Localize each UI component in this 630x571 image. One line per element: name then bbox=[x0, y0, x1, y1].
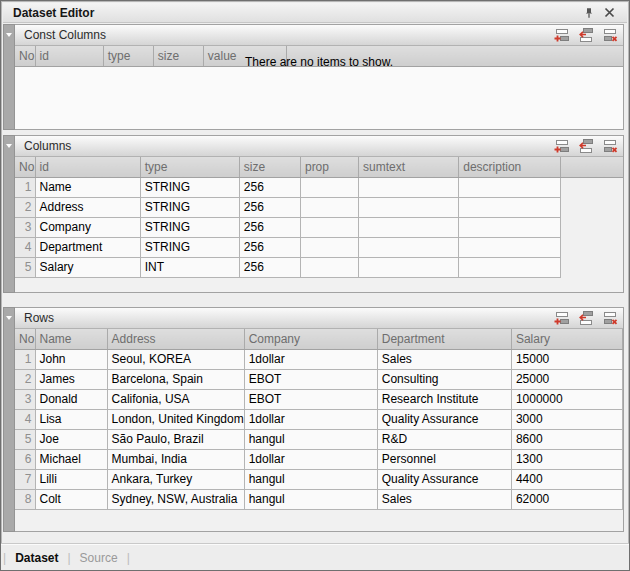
row-number-cell[interactable]: 4 bbox=[15, 409, 35, 429]
cell[interactable] bbox=[459, 177, 561, 197]
cell[interactable] bbox=[300, 237, 358, 257]
pin-button[interactable] bbox=[579, 5, 599, 21]
column-header-company[interactable]: Company bbox=[244, 329, 377, 349]
cell[interactable]: 1000000 bbox=[511, 389, 622, 409]
insert-row-button[interactable] bbox=[577, 138, 594, 154]
column-header-name[interactable]: Name bbox=[35, 329, 107, 349]
tab-dataset[interactable]: Dataset bbox=[6, 551, 67, 565]
cell[interactable]: STRING bbox=[140, 217, 239, 237]
cell[interactable] bbox=[300, 177, 358, 197]
cell[interactable]: 15000 bbox=[511, 349, 622, 369]
cell[interactable] bbox=[359, 237, 459, 257]
cell[interactable]: hangul bbox=[244, 469, 377, 489]
cell[interactable]: Consulting bbox=[377, 369, 511, 389]
cell[interactable]: STRING bbox=[140, 237, 239, 257]
row-number-cell[interactable]: 3 bbox=[15, 389, 35, 409]
column-header-size[interactable]: size bbox=[239, 157, 300, 177]
cell[interactable]: Quality Assurance bbox=[377, 409, 511, 429]
cell[interactable]: STRING bbox=[140, 197, 239, 217]
row-number-cell[interactable]: 8 bbox=[15, 489, 35, 509]
column-header-type[interactable]: type bbox=[140, 157, 239, 177]
cell[interactable]: Donald bbox=[35, 389, 107, 409]
cell[interactable]: 25000 bbox=[511, 369, 622, 389]
cell[interactable]: 62000 bbox=[511, 489, 622, 509]
cell[interactable]: Mumbai, India bbox=[107, 449, 244, 469]
column-header-salary[interactable]: Salary bbox=[511, 329, 622, 349]
cell[interactable] bbox=[459, 197, 561, 217]
row-number-cell[interactable]: 2 bbox=[15, 197, 35, 217]
cell[interactable]: London, United Kingdom bbox=[107, 409, 244, 429]
cell[interactable]: Seoul, KOREA bbox=[107, 349, 244, 369]
cell[interactable]: hangul bbox=[244, 429, 377, 449]
cell[interactable]: 1dollar bbox=[244, 349, 377, 369]
cell[interactable]: Department bbox=[35, 237, 140, 257]
cell[interactable]: 1dollar bbox=[244, 409, 377, 429]
row-number-cell[interactable]: 3 bbox=[15, 217, 35, 237]
cell[interactable]: John bbox=[35, 349, 107, 369]
add-row-button[interactable] bbox=[553, 310, 570, 326]
row-number-cell[interactable]: 4 bbox=[15, 237, 35, 257]
cell[interactable]: Joe bbox=[35, 429, 107, 449]
cell[interactable]: 4400 bbox=[511, 469, 622, 489]
close-button[interactable] bbox=[599, 5, 619, 21]
column-header-no[interactable]: No bbox=[15, 157, 35, 177]
cell[interactable]: Name bbox=[35, 177, 140, 197]
cell[interactable]: Sydney, NSW, Australia bbox=[107, 489, 244, 509]
cell[interactable]: Salary bbox=[35, 257, 140, 277]
cell[interactable]: Personnel bbox=[377, 449, 511, 469]
row-number-cell[interactable]: 5 bbox=[15, 429, 35, 449]
cell[interactable] bbox=[359, 197, 459, 217]
cell[interactable] bbox=[300, 217, 358, 237]
cell[interactable]: Sales bbox=[377, 489, 511, 509]
cell[interactable]: Address bbox=[35, 197, 140, 217]
tab-source[interactable]: Source bbox=[71, 551, 127, 565]
cell[interactable]: 256 bbox=[239, 257, 300, 277]
cell[interactable]: 256 bbox=[239, 217, 300, 237]
cell[interactable]: Barcelona, Spain bbox=[107, 369, 244, 389]
cell[interactable]: 1300 bbox=[511, 449, 622, 469]
insert-row-button[interactable] bbox=[577, 27, 594, 43]
add-row-button[interactable] bbox=[553, 27, 570, 43]
cell[interactable] bbox=[459, 237, 561, 257]
cell[interactable]: 256 bbox=[239, 177, 300, 197]
column-header-no[interactable]: No bbox=[15, 329, 35, 349]
row-number-cell[interactable]: 5 bbox=[15, 257, 35, 277]
add-row-button[interactable] bbox=[553, 138, 570, 154]
row-number-cell[interactable]: 1 bbox=[15, 349, 35, 369]
cell[interactable]: hangul bbox=[244, 489, 377, 509]
cell[interactable]: James bbox=[35, 369, 107, 389]
cell[interactable]: Lilli bbox=[35, 469, 107, 489]
cell[interactable]: Ankara, Turkey bbox=[107, 469, 244, 489]
cell[interactable]: INT bbox=[140, 257, 239, 277]
cell[interactable]: Lisa bbox=[35, 409, 107, 429]
cell[interactable]: 256 bbox=[239, 237, 300, 257]
cell[interactable]: R&D bbox=[377, 429, 511, 449]
cell[interactable] bbox=[459, 257, 561, 277]
cell[interactable]: EBOT bbox=[244, 389, 377, 409]
cell[interactable] bbox=[300, 197, 358, 217]
row-number-cell[interactable]: 1 bbox=[15, 177, 35, 197]
delete-row-button[interactable] bbox=[601, 138, 618, 154]
cell[interactable]: São Paulo, Brazil bbox=[107, 429, 244, 449]
cell[interactable]: Sales bbox=[377, 349, 511, 369]
column-header-department[interactable]: Department bbox=[377, 329, 511, 349]
column-header-description[interactable]: description bbox=[459, 157, 561, 177]
row-number-cell[interactable]: 2 bbox=[15, 369, 35, 389]
cell[interactable]: STRING bbox=[140, 177, 239, 197]
column-header-id[interactable]: id bbox=[35, 157, 140, 177]
cell[interactable]: Company bbox=[35, 217, 140, 237]
collapse-button[interactable] bbox=[4, 136, 14, 155]
collapse-button[interactable] bbox=[4, 25, 14, 44]
column-header-address[interactable]: Address bbox=[107, 329, 244, 349]
row-number-cell[interactable]: 7 bbox=[15, 469, 35, 489]
cell[interactable]: 8600 bbox=[511, 429, 622, 449]
cell[interactable] bbox=[300, 257, 358, 277]
delete-row-button[interactable] bbox=[601, 27, 618, 43]
cell[interactable]: Colt bbox=[35, 489, 107, 509]
row-number-cell[interactable]: 6 bbox=[15, 449, 35, 469]
cell[interactable] bbox=[459, 217, 561, 237]
cell[interactable]: Califonia, USA bbox=[107, 389, 244, 409]
cell[interactable]: 3000 bbox=[511, 409, 622, 429]
insert-row-button[interactable] bbox=[577, 310, 594, 326]
cell[interactable] bbox=[359, 217, 459, 237]
